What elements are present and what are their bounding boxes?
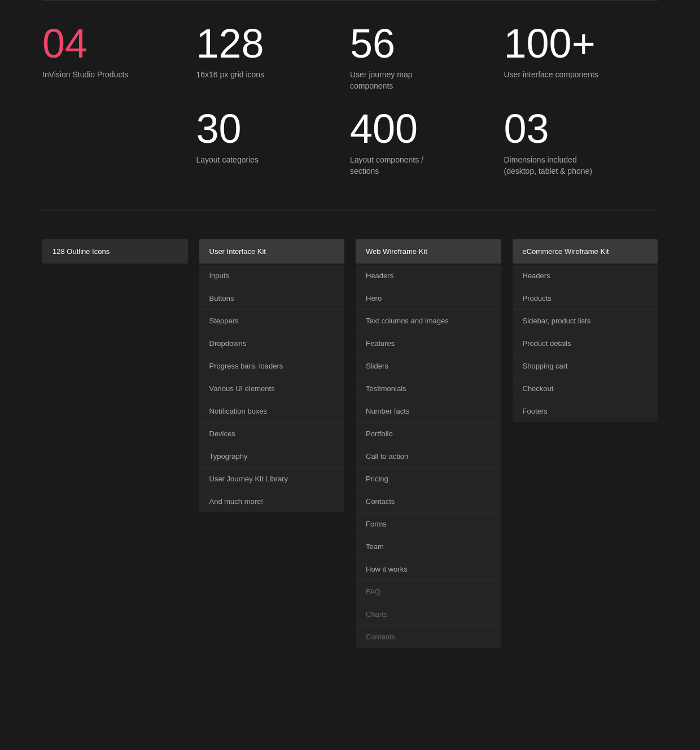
kit-header: 128 Outline Icons [42,239,188,264]
kit-item[interactable]: Typography [199,445,345,468]
kit-item[interactable]: And much more! [199,490,345,512]
kit-column: Web Wireframe KitHeadersHeroText columns… [356,239,501,648]
kit-item[interactable]: Contacts [356,490,501,513]
kit-item[interactable]: Forms [356,513,501,536]
stat-label: Layout categories [196,155,298,166]
kit-item[interactable]: Charts [356,603,501,626]
stat-number: 100+ [504,23,658,64]
kit-item[interactable]: Portfolio [356,423,501,445]
kit-item[interactable]: Various UI elements [199,378,345,400]
stat-item: 30 Layout categories [196,108,351,177]
stat-label: InVision Studio Products [42,69,144,81]
stat-label: User journey map components [350,69,452,91]
stat-label: Dimensions included (desktop, tablet & p… [504,155,606,177]
kit-item[interactable]: FAQ [356,581,501,603]
kit-item[interactable]: User Journey Kit Library [199,468,345,490]
kit-item[interactable]: Product details [513,332,658,355]
kit-header: eCommerce Wireframe Kit [513,239,658,264]
kit-item[interactable]: Pricing [356,468,501,490]
stat-label: User interface components [504,69,606,81]
stat-number: 400 [350,108,504,149]
kit-item[interactable]: Steppers [199,310,345,332]
kit-item[interactable]: Checkout [513,378,658,400]
kit-item[interactable]: Headers [513,265,658,287]
kit-item[interactable]: Hero [356,287,501,310]
kit-item[interactable]: Contents [356,626,501,648]
kit-item[interactable]: Sliders [356,355,501,378]
stat-label: 16x16 px grid icons [196,69,298,81]
stat-item: 128 16x16 px grid icons [196,23,351,91]
kit-item[interactable]: Testimonials [356,378,501,400]
kit-item[interactable]: Sidebar, product lists [513,310,658,332]
stat-item: 100+ User interface components [504,23,658,91]
stats-section: 04 InVision Studio Products 128 16x16 px… [0,1,700,205]
stat-item: 03 Dimensions included (desktop, tablet … [504,108,658,177]
stats-row-2: 30 Layout categories 400 Layout componen… [42,108,658,177]
kit-header: Web Wireframe Kit [356,239,501,264]
stat-number: 03 [504,108,658,149]
stat-number: 30 [196,108,351,149]
stat-item: 400 Layout components / sections [350,108,504,177]
kit-item[interactable]: Inputs [199,265,345,287]
kit-item[interactable]: Text columns and images [356,310,501,332]
kit-item[interactable]: Progress bars, loaders [199,355,345,378]
middle-divider [42,210,658,211]
kit-item[interactable]: Notification boxes [199,400,345,423]
kit-item[interactable]: Number facts [356,400,501,423]
stat-item: 04 InVision Studio Products [42,23,196,91]
stat-number: 56 [350,23,504,64]
kit-item[interactable]: How it works [356,558,501,581]
kit-item[interactable]: Devices [199,423,345,445]
kit-item[interactable]: Products [513,287,658,310]
kit-header: User Interface Kit [199,239,345,264]
stat-item [42,108,196,177]
kit-item[interactable]: Team [356,536,501,558]
stats-row-1: 04 InVision Studio Products 128 16x16 px… [42,23,658,91]
kit-column: eCommerce Wireframe KitHeadersProductsSi… [513,239,658,422]
kit-item[interactable]: Call to action [356,445,501,468]
kit-item[interactable]: Headers [356,265,501,287]
stat-number: 128 [196,23,351,64]
stat-number: 04 [42,23,196,64]
kit-item[interactable]: Features [356,332,501,355]
kit-column: User Interface KitInputsButtonsSteppersD… [199,239,345,512]
kit-item[interactable]: Buttons [199,287,345,310]
kit-item[interactable]: Shopping cart [513,355,658,378]
kit-column: 128 Outline Icons [42,239,188,265]
stat-label: Layout components / sections [350,155,452,177]
kit-item[interactable]: Dropdowns [199,332,345,355]
kits-section: 128 Outline IconsUser Interface KitInput… [0,239,700,682]
stat-item: 56 User journey map components [350,23,504,91]
kit-item[interactable]: Footers [513,400,658,422]
